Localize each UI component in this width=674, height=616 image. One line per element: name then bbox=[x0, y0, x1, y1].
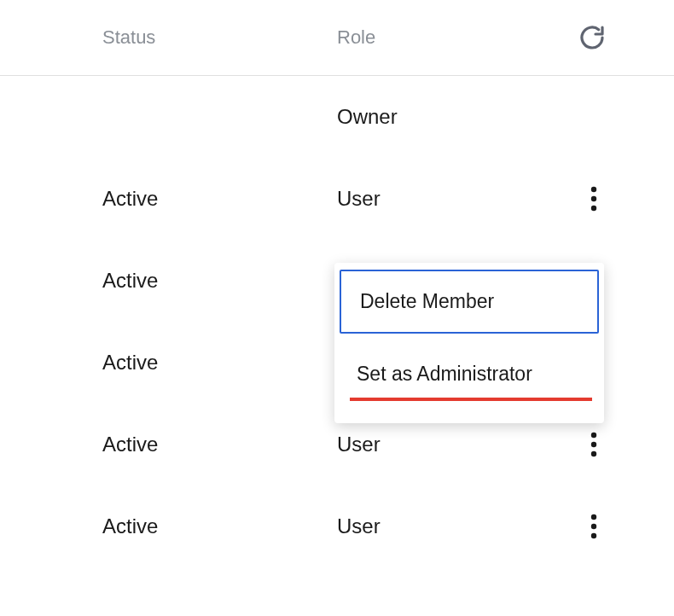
svg-point-4 bbox=[591, 442, 596, 447]
column-header-status: Status bbox=[0, 26, 230, 49]
svg-point-6 bbox=[591, 514, 596, 520]
menu-item-label: Delete Member bbox=[360, 290, 494, 312]
more-vertical-icon[interactable] bbox=[590, 186, 597, 212]
more-vertical-icon[interactable] bbox=[590, 514, 597, 539]
refresh-button[interactable] bbox=[572, 24, 674, 51]
cell-status: Active bbox=[0, 269, 230, 293]
cell-status: Active bbox=[0, 351, 230, 375]
svg-point-0 bbox=[591, 187, 596, 192]
svg-point-3 bbox=[591, 433, 596, 438]
table-row: Active User bbox=[0, 158, 674, 240]
table-row: Active User bbox=[0, 485, 674, 567]
cell-status: Active bbox=[0, 514, 230, 538]
svg-point-7 bbox=[591, 524, 596, 529]
cell-status: Active bbox=[0, 433, 230, 456]
cell-status: Active bbox=[0, 187, 230, 211]
more-vertical-icon[interactable] bbox=[590, 432, 597, 457]
context-menu: Delete Member Set as Administrator bbox=[334, 263, 604, 423]
svg-point-8 bbox=[591, 533, 596, 538]
cell-role: User bbox=[230, 187, 572, 211]
cell-role: Owner bbox=[230, 105, 572, 129]
table-row: Owner bbox=[0, 76, 674, 158]
cell-role: User bbox=[230, 514, 572, 538]
column-header-role: Role bbox=[230, 26, 572, 49]
svg-point-5 bbox=[591, 451, 596, 456]
refresh-icon bbox=[578, 24, 606, 51]
menu-item-set-administrator[interactable]: Set as Administrator bbox=[334, 340, 604, 408]
cell-role: User bbox=[230, 433, 572, 456]
svg-point-1 bbox=[591, 196, 596, 201]
annotation-underline bbox=[350, 398, 592, 401]
table-header-row: Status Role bbox=[0, 0, 674, 76]
menu-item-label: Set as Administrator bbox=[357, 363, 532, 385]
menu-item-delete-member[interactable]: Delete Member bbox=[340, 270, 599, 334]
svg-point-2 bbox=[591, 206, 596, 211]
